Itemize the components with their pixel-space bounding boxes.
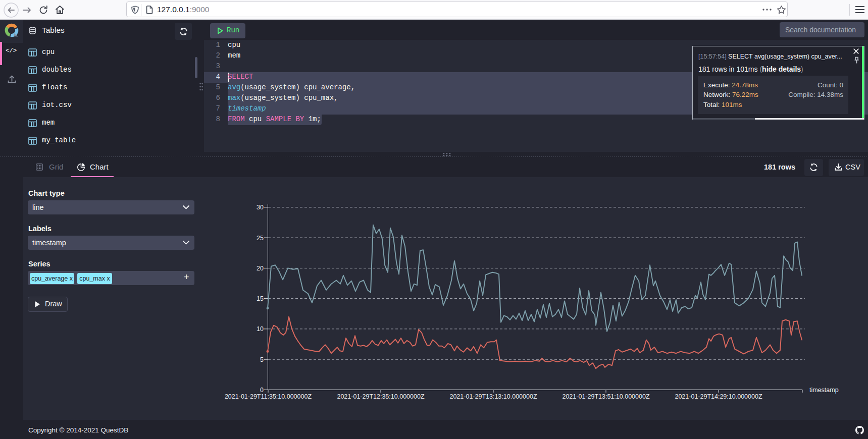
svg-text:30: 30 xyxy=(257,204,264,211)
svg-text:20: 20 xyxy=(257,265,264,272)
svg-text:10: 10 xyxy=(257,325,264,333)
svg-text:0: 0 xyxy=(260,387,264,394)
svg-text:2021-01-29T11:35:10.000000Z: 2021-01-29T11:35:10.000000Z xyxy=(225,393,312,400)
svg-text:2021-01-29T13:51:10.000000Z: 2021-01-29T13:51:10.000000Z xyxy=(562,393,649,400)
svg-text:15: 15 xyxy=(257,295,264,302)
svg-text:2021-01-29T14:29:10.000000Z: 2021-01-29T14:29:10.000000Z xyxy=(675,393,762,400)
svg-text:5: 5 xyxy=(260,356,264,363)
svg-text:25: 25 xyxy=(257,235,264,242)
svg-text:2021-01-29T13:13:10.000000Z: 2021-01-29T13:13:10.000000Z xyxy=(449,393,537,400)
svg-text:2021-01-29T12:35:10.000000Z: 2021-01-29T12:35:10.000000Z xyxy=(337,393,424,400)
svg-text:timestamp: timestamp xyxy=(809,387,839,394)
